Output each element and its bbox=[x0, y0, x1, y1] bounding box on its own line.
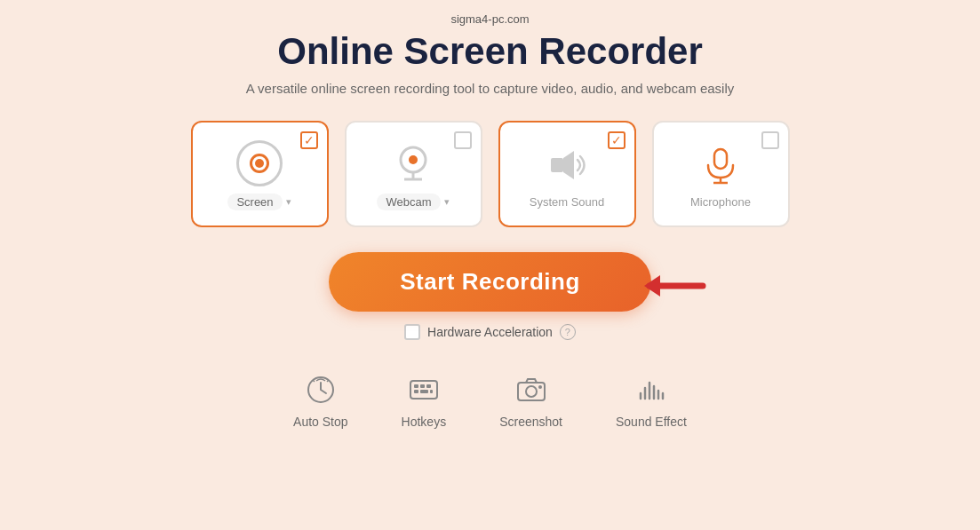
svg-point-23 bbox=[538, 385, 542, 389]
site-url: sigma4-pc.com bbox=[450, 12, 529, 26]
microphone-card[interactable]: Microphone bbox=[652, 121, 790, 227]
tool-auto-stop[interactable]: Auto Stop bbox=[293, 372, 348, 429]
bottom-tools: Auto Stop Hotkeys bbox=[293, 372, 687, 429]
page-title: Online Screen Recorder bbox=[277, 31, 703, 72]
start-recording-button[interactable]: Start Recording bbox=[329, 252, 651, 312]
screenshot-label: Screenshot bbox=[499, 415, 562, 429]
svg-rect-6 bbox=[714, 149, 727, 169]
auto-stop-icon bbox=[303, 372, 339, 407]
screen-checkbox[interactable]: ✓ bbox=[300, 131, 318, 149]
svg-line-12 bbox=[313, 380, 315, 382]
webcam-card[interactable]: Webcam ▾ bbox=[345, 121, 482, 227]
system-sound-icon bbox=[542, 140, 592, 190]
svg-rect-20 bbox=[430, 390, 433, 393]
svg-rect-18 bbox=[414, 390, 418, 393]
cards-row: ✓ Screen ▾ Webca bbox=[191, 121, 790, 227]
arrow-indicator bbox=[641, 259, 712, 312]
svg-rect-19 bbox=[420, 390, 428, 393]
svg-rect-17 bbox=[426, 384, 431, 388]
svg-marker-10 bbox=[644, 275, 660, 297]
svg-point-1 bbox=[409, 155, 418, 164]
tool-hotkeys[interactable]: Hotkeys bbox=[402, 372, 447, 429]
screen-icon bbox=[235, 138, 284, 188]
screen-card[interactable]: ✓ Screen ▾ bbox=[191, 121, 329, 227]
screenshot-icon bbox=[514, 372, 549, 407]
webcam-label: Webcam bbox=[377, 194, 440, 210]
tool-screenshot[interactable]: Screenshot bbox=[499, 372, 562, 429]
svg-marker-5 bbox=[563, 151, 574, 179]
hotkeys-icon bbox=[406, 372, 442, 407]
svg-rect-15 bbox=[414, 384, 418, 388]
webcam-label-row[interactable]: Webcam ▾ bbox=[377, 194, 449, 210]
sound-effect-label: Sound Effect bbox=[616, 415, 687, 429]
hotkeys-label: Hotkeys bbox=[402, 415, 447, 429]
sound-effect-icon bbox=[633, 372, 669, 407]
svg-point-22 bbox=[526, 386, 537, 397]
screen-label: Screen bbox=[227, 194, 282, 210]
system-sound-checkbox[interactable]: ✓ bbox=[608, 131, 625, 149]
tool-sound-effect[interactable]: Sound Effect bbox=[616, 372, 687, 429]
webcam-icon bbox=[388, 138, 438, 188]
svg-rect-16 bbox=[420, 384, 425, 388]
system-sound-label: System Sound bbox=[530, 195, 605, 209]
hardware-acceleration-checkbox[interactable] bbox=[404, 324, 420, 340]
screen-label-row[interactable]: Screen ▾ bbox=[227, 194, 291, 210]
microphone-icon bbox=[696, 140, 745, 190]
screen-checkmark: ✓ bbox=[304, 134, 315, 146]
screen-dropdown-arrow: ▾ bbox=[286, 196, 291, 208]
system-sound-checkmark: ✓ bbox=[611, 134, 622, 146]
hardware-acceleration-help[interactable]: ? bbox=[560, 324, 576, 340]
webcam-checkbox[interactable] bbox=[454, 131, 472, 149]
start-recording-section: Start Recording Hardware Acceleration ? bbox=[329, 252, 651, 340]
svg-rect-4 bbox=[551, 158, 563, 172]
auto-stop-label: Auto Stop bbox=[293, 415, 348, 429]
page-subtitle: A versatile online screen recording tool… bbox=[246, 81, 735, 96]
webcam-dropdown-arrow: ▾ bbox=[444, 196, 450, 208]
microphone-checkbox[interactable] bbox=[761, 131, 779, 149]
svg-line-13 bbox=[327, 380, 329, 382]
hardware-acceleration-label: Hardware Acceleration bbox=[427, 325, 553, 339]
microphone-label: Microphone bbox=[690, 195, 751, 209]
hardware-acceleration-row: Hardware Acceleration ? bbox=[404, 324, 576, 340]
system-sound-card[interactable]: ✓ System Sound bbox=[498, 121, 636, 227]
